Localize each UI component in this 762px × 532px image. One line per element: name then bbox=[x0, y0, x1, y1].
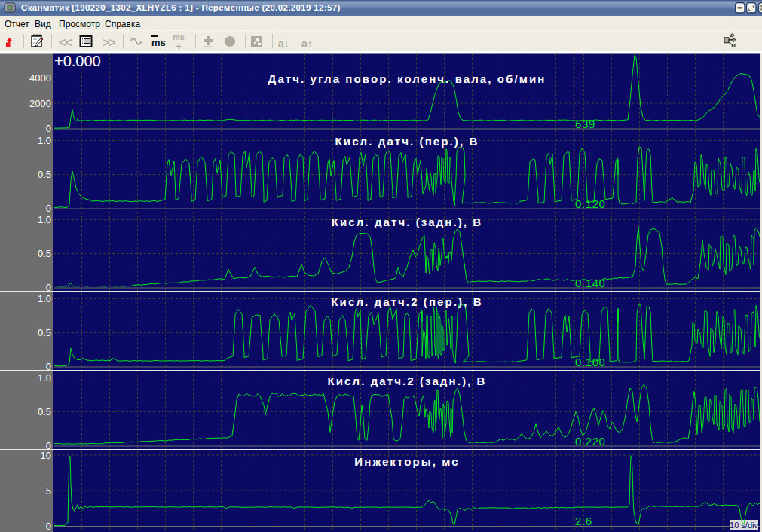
svg-text:0: 0 bbox=[46, 521, 51, 532]
svg-text:0.140: 0.140 bbox=[575, 277, 606, 289]
svg-text:2.6: 2.6 bbox=[575, 515, 592, 527]
svg-text:Инжекторы, мс: Инжекторы, мс bbox=[354, 455, 459, 468]
svg-text:0.5: 0.5 bbox=[38, 327, 51, 338]
svg-text:Кисл. датч.2 (задн.), В: Кисл. датч.2 (задн.), В bbox=[328, 375, 487, 387]
svg-text:5: 5 bbox=[46, 485, 51, 497]
svg-text:4000: 4000 bbox=[29, 72, 51, 84]
svg-text:Кисл. датч.2 (пер.), В: Кисл. датч.2 (пер.), В bbox=[331, 295, 482, 308]
svg-text:0.5: 0.5 bbox=[38, 406, 51, 417]
svg-text:639: 639 bbox=[575, 118, 595, 130]
svg-text:0.100: 0.100 bbox=[575, 356, 606, 368]
svg-text:2000: 2000 bbox=[29, 98, 51, 109]
svg-text:0.120: 0.120 bbox=[575, 197, 606, 210]
svg-text:1.0: 1.0 bbox=[38, 135, 51, 146]
svg-text:0: 0 bbox=[46, 203, 51, 214]
svg-text:0: 0 bbox=[46, 361, 51, 372]
svg-text:Кисл. датч. (задн.), В: Кисл. датч. (задн.), В bbox=[332, 216, 483, 228]
svg-text:0.5: 0.5 bbox=[38, 169, 51, 180]
svg-text:0: 0 bbox=[46, 123, 51, 134]
svg-text:0.220: 0.220 bbox=[575, 435, 606, 448]
svg-text:+0.000: +0.000 bbox=[54, 53, 101, 69]
svg-text:Кисл. датч. (пер.), В: Кисл. датч. (пер.), В bbox=[335, 135, 479, 148]
svg-text:1.0: 1.0 bbox=[38, 214, 51, 225]
svg-text:Датч. угла повор. коленч. вала: Датч. угла повор. коленч. вала, об/мин bbox=[268, 72, 546, 85]
svg-text:0: 0 bbox=[46, 282, 51, 293]
svg-text:1.0: 1.0 bbox=[38, 372, 51, 384]
svg-text:10: 10 bbox=[41, 450, 51, 461]
svg-text:0.5: 0.5 bbox=[38, 248, 51, 259]
svg-text:1.0: 1.0 bbox=[38, 293, 51, 304]
